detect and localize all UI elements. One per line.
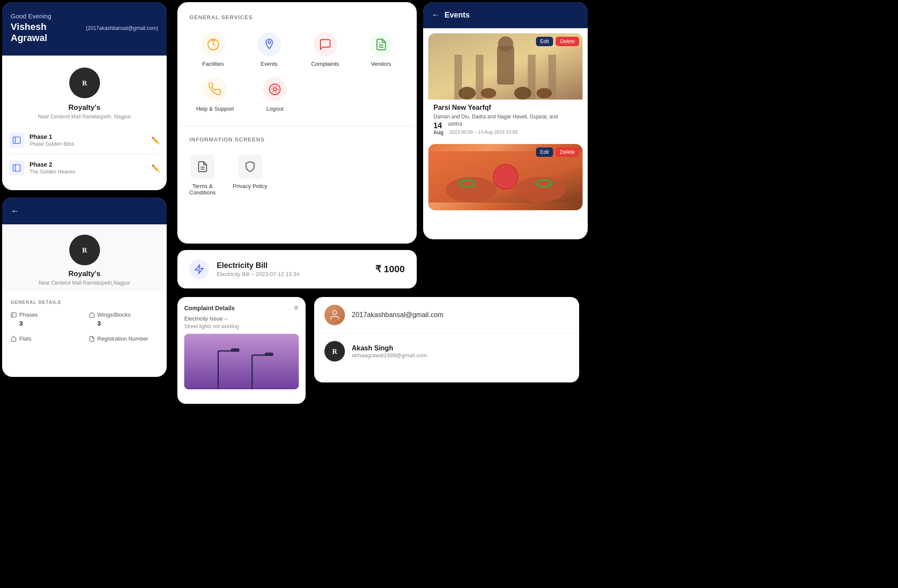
privacy-label: Privacy Policy — [233, 183, 267, 189]
avatar: R — [69, 68, 100, 98]
back-header: ← — [2, 197, 167, 224]
event-1-day: 14 — [433, 122, 443, 129]
phase-2-name: Phase 2 — [29, 161, 151, 168]
svg-rect-2 — [13, 137, 21, 144]
bill-icon — [189, 259, 209, 279]
event-2-delete-button[interactable]: Delete — [556, 147, 579, 157]
phase-2-sub: The Golden Heaven — [29, 169, 151, 175]
event-1-date-badge: 14 Aug — [428, 118, 448, 139]
user-avatar-1 — [324, 305, 345, 325]
svg-point-42 — [494, 165, 518, 189]
complaint-image — [184, 334, 299, 389]
service-facilities[interactable]: Facilities — [189, 32, 237, 67]
event-1-location: Daman and Diu, Dadra and Nagar Haveli, G… — [433, 113, 577, 128]
event-1-month: Aug — [433, 129, 443, 135]
svg-point-16 — [272, 86, 278, 93]
general-services-title: GENERAL SERVICES — [189, 14, 405, 21]
svg-text:R: R — [82, 79, 87, 87]
service-privacy[interactable]: Privacy Policy — [233, 155, 267, 196]
phase-item-1[interactable]: Phase 1 Phase Golden Bliss ✏️ — [9, 126, 160, 154]
wings-value: 3 — [89, 320, 159, 327]
events-icon — [257, 32, 281, 56]
general-details-section: GENERAL DETAILS Phases 3 Wings/Blocks 3 — [2, 291, 167, 352]
service-complaints[interactable]: Complaints — [301, 32, 349, 67]
logout-label: Logout — [266, 106, 283, 112]
complaint-panel: Complaint Details ✕ Electricity Issue – … — [177, 297, 306, 404]
back-org-address: Near Centerol Mall Ramdaspeth,Nagpur — [38, 280, 130, 286]
back-avatar: R — [69, 235, 100, 265]
phase-icon-1 — [9, 132, 24, 148]
user-item-2: R Akash Singh abhaagrawal1999@gmail.com — [314, 333, 579, 369]
svg-text:R: R — [332, 348, 337, 355]
svg-rect-4 — [13, 165, 21, 171]
greeting-text: Good Evening — [11, 12, 158, 20]
terms-icon — [191, 155, 215, 179]
user-2-sub: abhaagrawal1999@gmail.com — [352, 352, 427, 359]
org-address: Near Centerol Mall Ramdaspeth, Nagpur — [38, 114, 131, 120]
phase-1-edit-icon[interactable]: ✏️ — [151, 136, 160, 144]
event-1-info: Parsi New Yearfqf Daman and Diu, Dadra a… — [428, 100, 583, 139]
phase-icon-2 — [9, 160, 24, 176]
info-section: INFORMATION SCREENS Terms & Conditions — [177, 136, 417, 208]
facilities-icon — [201, 32, 225, 56]
events-label: Events — [261, 61, 278, 67]
event-2-edit-button[interactable]: Edit — [536, 147, 554, 157]
bill-text: Electricity Bill Electricity Bill – 2023… — [217, 261, 368, 277]
section-label: GENERAL DETAILS — [11, 300, 158, 305]
detail-regnum: Registration Number — [89, 335, 159, 344]
complaint-close-button[interactable]: ✕ — [293, 304, 299, 312]
logout-icon — [263, 77, 287, 101]
terms-label: Terms & Conditions — [189, 183, 215, 196]
help-icon — [203, 77, 227, 101]
phase-1-name: Phase 1 — [29, 133, 151, 140]
user-email: (2017akashbansal@gmail.com) — [86, 25, 158, 31]
phase-item-2[interactable]: Phase 2 The Golden Heaven ✏️ — [9, 154, 160, 182]
svg-point-34 — [459, 87, 476, 100]
bill-amount: ₹ 1000 — [375, 264, 405, 275]
phase-1-sub: Phase Golden Bliss — [29, 141, 151, 147]
complaint-header: Complaint Details ✕ — [184, 304, 299, 312]
complaint-title: Complaint Details — [184, 305, 235, 312]
phases-value: 3 — [11, 320, 80, 327]
event-2-actions: Edit Delete — [536, 147, 579, 157]
service-logout[interactable]: Logout — [249, 77, 300, 112]
svg-point-37 — [536, 88, 552, 98]
svg-point-14 — [270, 84, 280, 95]
complaint-desc: Street lights not working — [184, 323, 299, 329]
complaint-type: Electricity Issue – — [184, 315, 299, 322]
service-events[interactable]: Events — [245, 32, 293, 67]
back-panel: ← R Royalty's Near Centerol Mall Ramdasp… — [2, 197, 167, 377]
svg-rect-8 — [11, 312, 16, 317]
wings-label: Wings/Blocks — [97, 312, 131, 318]
facilities-label: Facilities — [202, 61, 224, 67]
service-help[interactable]: Help & Support — [189, 77, 241, 112]
event-1-edit-button[interactable]: Edit — [536, 37, 554, 46]
privacy-icon — [238, 155, 262, 179]
svg-rect-20 — [184, 334, 299, 389]
svg-point-11 — [268, 41, 270, 44]
events-panel: ← Events — [423, 2, 588, 239]
detail-wings: Wings/Blocks 3 — [89, 312, 159, 327]
service-vendors[interactable]: Vendors — [357, 32, 405, 67]
service-terms[interactable]: Terms & Conditions — [189, 155, 215, 196]
phases-label: Phases — [19, 312, 38, 318]
event-1-delete-button[interactable]: Delete — [556, 37, 579, 46]
profile-avatar-section: R Royalty's Near Centerol Mall Ramdaspet… — [2, 56, 167, 126]
complaints-icon — [313, 32, 337, 56]
complaints-label: Complaints — [311, 61, 339, 67]
svg-point-15 — [273, 88, 277, 91]
event-1-time: 14 Aug 2023 00:00 – 14 Aug 2023 23:59 — [433, 129, 577, 135]
svg-rect-23 — [231, 348, 239, 352]
events-header: ← Events — [423, 2, 588, 28]
user-avatar-2: R — [324, 341, 345, 362]
back-button[interactable]: ← — [11, 206, 19, 216]
svg-point-29 — [498, 36, 513, 52]
profile-panel: Good Evening Vishesh Agrawal (2017akashb… — [2, 2, 167, 190]
phase-2-edit-icon[interactable]: ✏️ — [151, 164, 160, 172]
event-card-2: Edit Delete — [428, 144, 583, 210]
svg-point-36 — [514, 87, 531, 100]
back-avatar-section: R Royalty's Near Centerol Mall Ramdaspet… — [2, 224, 167, 291]
svg-rect-28 — [497, 46, 514, 85]
events-back-button[interactable]: ← — [432, 11, 439, 20]
events-title: Events — [445, 11, 470, 20]
